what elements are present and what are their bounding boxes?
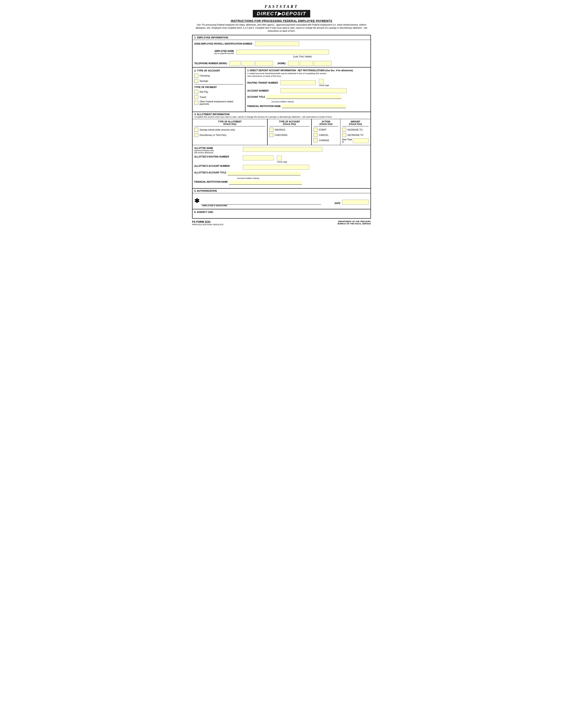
allotment-type-header: TYPE OF ALLOTMENT (Check One) (194, 120, 265, 126)
other-checkbox[interactable] (194, 101, 198, 105)
allottee-fin-inst-input[interactable] (229, 181, 302, 185)
asterisk-icon: ✱ (194, 197, 199, 205)
checking-account-item: CHECKING (269, 133, 310, 137)
intro-text: Use: For processing Federal employee net… (192, 23, 371, 33)
allottee-name-row: ALLOTTEE NAME (person/company whowill re… (194, 147, 369, 154)
savings-allotment-item: Savings (whole dollar amounts only) (194, 128, 265, 132)
phone-work-input[interactable] (229, 61, 240, 66)
signature-line[interactable] (201, 200, 321, 205)
travel-checkbox[interactable] (194, 95, 198, 99)
allottee-fin-inst-label: FINANCIAL INSTITUTION NAME (194, 181, 227, 183)
net-pay-checkbox[interactable] (194, 90, 198, 94)
cancel-label: CANCEL (319, 134, 329, 136)
name-input[interactable] (236, 50, 329, 54)
decrease-checkbox[interactable] (342, 133, 346, 137)
name-label: EMPLOYEE NAME (194, 50, 234, 52)
allottee-title-input[interactable] (227, 171, 301, 175)
phone-work-input2[interactable] (241, 61, 254, 66)
action-header: ACTION (Check One) (314, 120, 339, 126)
travel-label: Travel (199, 96, 206, 98)
savings-account-checkbox[interactable] (269, 128, 273, 132)
checking-checkbox[interactable] (194, 74, 198, 78)
instructions-title: INSTRUCTIONS FOR PROCESSING FEDERAL EMPL… (192, 19, 371, 23)
allottee-name-label: ALLOTTEE NAME (194, 147, 243, 149)
new-total-row: New Total $ (342, 138, 369, 143)
phone-home-label: (HOME) (277, 62, 286, 65)
section-4-subtext: Complete this section only if you want t… (194, 116, 369, 118)
allottee-check-digit-box[interactable] (277, 156, 282, 160)
allottee-fin-inst-row: FINANCIAL INSTITUTION NAME (194, 181, 369, 185)
section-4-title: 4. ALLOTMENT INFORMATION (194, 113, 369, 116)
sig-label: EMPLOYEE'S SIGNATURE (202, 205, 369, 207)
allottee-check-digit-label: Check Digit (277, 161, 287, 163)
other-label: Other Federal employment related payment… (199, 100, 243, 105)
main-form: 1. EMPLOYEE INFORMATION (SSN) EMPLOYEE P… (192, 35, 371, 219)
direct-text: DIRECT (257, 11, 277, 16)
allottee-title-row: ALLOTTEE'S ACCOUNT TITLE (194, 171, 369, 175)
savings-allotment-checkbox[interactable] (194, 128, 198, 132)
decrease-item: DECREASE TO: (342, 133, 369, 137)
phone-home-input2[interactable] (300, 61, 313, 66)
section-3-col: 3. DIRECT DEPOSIT ACCOUNT INFORMATION - … (245, 68, 371, 112)
routing-input[interactable] (280, 80, 316, 85)
account-type-header: TYPE OF ACCOUNT (Check One) (269, 120, 310, 126)
ssn-row: (SSN) EMPLOYEE PAYROLL IDENTIFICATION NU… (192, 40, 371, 47)
account-number-label: ACCOUNT NUMBER (247, 90, 280, 92)
other-item: Other Federal employment related payment… (194, 100, 243, 105)
savings-item: Savings (194, 79, 243, 83)
date-input[interactable] (342, 200, 369, 205)
savings-checkbox[interactable] (194, 79, 198, 83)
cancel-checkbox[interactable] (314, 133, 318, 137)
new-total-input[interactable] (353, 138, 369, 143)
fin-inst-input[interactable] (282, 104, 346, 108)
section-5-header: 5. AUTHORIZATION (192, 189, 371, 193)
date-label: DATE (323, 202, 341, 205)
phone-home-input1[interactable] (288, 61, 299, 66)
account-number-input[interactable] (280, 88, 347, 93)
start-item: START (314, 128, 339, 132)
allottee-name-sub: (person/company whowill receive allotmen… (194, 149, 243, 154)
discretionary-item: Discretionary or Third Party (194, 133, 265, 137)
arrow-icon: ▶ (277, 11, 282, 16)
travel-item: Travel (194, 95, 243, 99)
section-2-col: 2. TYPE OF ACCOUNT Checking Savings TYPE… (192, 68, 245, 112)
account-type-col: TYPE OF ACCOUNT (Check One) SAVINGS CHEC… (267, 119, 312, 145)
savings-allotment-label: Savings (whole dollar amounts only) (199, 129, 235, 131)
check-digit-label: Check Digit (319, 84, 329, 86)
checking-account-checkbox[interactable] (269, 133, 273, 137)
check-digit-box[interactable] (319, 79, 324, 84)
savings-label: Savings (199, 80, 208, 82)
fin-inst-label: FINANCIAL INSTITUTION NAME (247, 105, 280, 107)
allottee-name-input[interactable] (243, 147, 322, 152)
net-pay-label: Net Pay (199, 90, 208, 93)
allottee-body: ALLOTTEE NAME (person/company whowill re… (192, 145, 371, 188)
allottee-account-input[interactable] (243, 165, 309, 170)
sig-row: ✱ DATE (194, 197, 369, 205)
direct-deposit-banner: DIRECT▶DEPOSIT (253, 10, 310, 17)
checking-label: Checking (199, 74, 210, 77)
increase-label: INCREASE TO: (348, 129, 363, 131)
account-holder-label: (Account Holder's Name) (271, 101, 369, 103)
account-title-input[interactable] (266, 95, 342, 99)
phone-work-input3[interactable] (255, 61, 273, 66)
phone-work-label: TELEPHONE NUMBER (WORK) (194, 62, 227, 65)
allottee-routing-row: ALLOTTEE'S ROUTING NUMBER Check Digit (194, 156, 369, 163)
start-checkbox[interactable] (314, 128, 318, 132)
new-total-label: New Total $ (342, 138, 352, 143)
section-4-table: TYPE OF ALLOTMENT (Check One) Savings (w… (192, 119, 371, 145)
change-checkbox[interactable] (314, 138, 318, 142)
increase-checkbox[interactable] (342, 128, 346, 132)
start-label: START (319, 128, 327, 131)
allottee-routing-input[interactable] (243, 156, 274, 160)
discretionary-checkbox[interactable] (194, 133, 198, 137)
section-3-header: 3. DIRECT DEPOSIT ACCOUNT INFORMATION - … (247, 69, 369, 72)
section-4-header: 4. ALLOTMENT INFORMATION Complete this s… (192, 112, 371, 119)
section-2-3: 2. TYPE OF ACCOUNT Checking Savings TYPE… (192, 68, 371, 112)
action-col: ACTION (Check One) START CANCEL CHANGE (312, 119, 341, 145)
checking-account-label: CHECKING (274, 134, 288, 136)
deposit-text: DEPOSIT (282, 11, 306, 16)
dept-label: DEPARTMENT OF THE TREASURY (338, 220, 371, 223)
ssn-input[interactable] (255, 41, 299, 46)
phone-home-input3[interactable] (314, 61, 332, 66)
section-5-body: ✱ DATE EMPLOYEE'S SIGNATURE (192, 193, 371, 209)
